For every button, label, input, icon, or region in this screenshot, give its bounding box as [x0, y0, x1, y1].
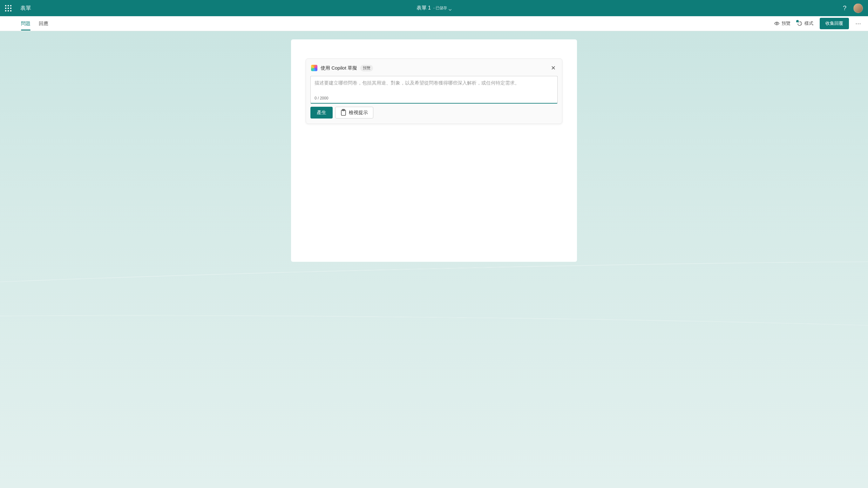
document-title: 表單 1	[416, 5, 431, 11]
char-count: 0 / 2000	[314, 96, 554, 100]
app-launcher-icon[interactable]	[5, 5, 11, 11]
style-label: 樣式	[804, 21, 813, 26]
user-avatar[interactable]	[854, 3, 863, 13]
form-canvas: 使用 Copilot 草擬 預覽 ✕ 0 / 2000 產生 檢視提示	[291, 39, 577, 262]
svg-point-4	[800, 24, 801, 25]
view-prompt-button[interactable]: 檢視提示	[335, 107, 373, 119]
clipboard-icon	[341, 110, 346, 116]
close-icon[interactable]: ✕	[550, 63, 557, 73]
generate-button[interactable]: 產生	[310, 107, 333, 119]
document-title-group[interactable]: 表單 1 - 已儲存	[416, 5, 452, 11]
style-button[interactable]: 樣式	[797, 21, 813, 26]
command-bar: 問題 回應 預覽 樣式 收集回覆 ⋯	[0, 16, 868, 31]
tab-questions[interactable]: 問題	[21, 17, 31, 30]
svg-point-3	[800, 22, 801, 23]
collect-responses-button[interactable]: 收集回覆	[820, 18, 849, 29]
preview-badge: 預覽	[360, 65, 373, 71]
svg-point-0	[776, 23, 777, 24]
copilot-prompt-box: 0 / 2000	[310, 76, 558, 103]
more-icon[interactable]: ⋯	[855, 20, 862, 27]
preview-label: 預覽	[782, 21, 790, 26]
copilot-prompt-input[interactable]	[314, 80, 554, 88]
chevron-down-icon	[448, 7, 452, 9]
view-prompt-label: 檢視提示	[349, 110, 368, 116]
palette-icon	[797, 21, 803, 26]
copilot-logo-icon	[311, 65, 317, 71]
app-name[interactable]: 表單	[20, 4, 31, 12]
tab-responses[interactable]: 回應	[39, 17, 48, 30]
eye-icon	[774, 21, 780, 26]
copilot-title: 使用 Copilot 草擬	[320, 65, 357, 71]
saved-status: - 已儲存	[433, 5, 452, 11]
top-bar: 表單 表單 1 - 已儲存 ?	[0, 0, 868, 16]
help-icon[interactable]: ?	[843, 4, 846, 12]
preview-button[interactable]: 預覽	[774, 21, 790, 26]
copilot-card: 使用 Copilot 草擬 預覽 ✕ 0 / 2000 產生 檢視提示	[306, 58, 562, 124]
